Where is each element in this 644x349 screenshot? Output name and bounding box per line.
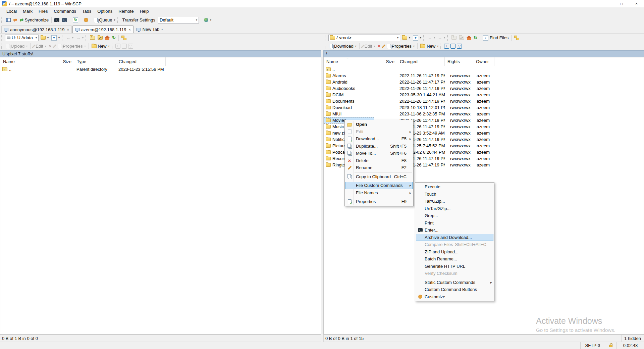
- context-menu-item-delete[interactable]: ×DeleteF8: [345, 157, 413, 164]
- maximize-button[interactable]: □: [614, 0, 629, 7]
- minimize-button[interactable]: –: [599, 0, 614, 7]
- context-menu-item-copy-to-clipboard[interactable]: Copy to ClipboardCtrl+C: [345, 173, 413, 181]
- submenu-item-print[interactable]: Print: [416, 219, 493, 227]
- column-header-changed[interactable]: Changed: [397, 57, 445, 66]
- unselect-files-button[interactable]: −: [450, 44, 455, 49]
- file-row[interactable]: MIUI2023-11-06 2:32:35 PMrwxrwxrwxazeem: [324, 111, 644, 117]
- remote-forward-button[interactable]: →▾: [436, 35, 446, 41]
- column-header-size[interactable]: Size: [51, 57, 74, 66]
- context-menu-item-properties[interactable]: ✓PropertiesF9: [345, 198, 413, 205]
- remote-edit-button[interactable]: Edit▾: [361, 43, 376, 49]
- toolbar-grip[interactable]: [325, 35, 326, 41]
- context-menu-item-move-to[interactable]: →Move To...Shift+F6: [345, 150, 413, 157]
- remote-directory-tree-button[interactable]: [513, 35, 521, 41]
- local-open-directory-button[interactable]: ▾: [39, 35, 50, 40]
- remote-properties-button[interactable]: Properties▾: [385, 43, 416, 49]
- local-rename-button[interactable]: [53, 44, 56, 49]
- local-drive-select[interactable]: U: U Adata HD65▾: [5, 35, 39, 41]
- queue-button[interactable]: Queue▾: [93, 17, 116, 23]
- remote-refresh-button[interactable]: ↻: [472, 35, 479, 41]
- local-root-directory-button[interactable]: [96, 35, 104, 40]
- column-header-changed[interactable]: Changed: [116, 57, 166, 66]
- anonymous-tab[interactable]: anonymous@192.168.1.119×: [1, 26, 72, 33]
- toolbar-grip[interactable]: [1, 17, 3, 23]
- toolbar-grip[interactable]: [440, 44, 442, 49]
- toolbar-grip[interactable]: [423, 35, 425, 41]
- remote-back-button[interactable]: ←▾: [426, 35, 436, 41]
- menu-files[interactable]: Files: [36, 7, 51, 15]
- file-row[interactable]: Documents2022-11-26 11:47:19 PMrwxrwxrwx…: [324, 98, 644, 104]
- local-back-button[interactable]: ←▾: [65, 35, 75, 41]
- download-button[interactable]: Download▾: [328, 43, 358, 49]
- remote-filter-button[interactable]: ▼▾: [412, 35, 423, 41]
- submenu-item-archive-and-download[interactable]: Archive and Download...: [416, 234, 493, 241]
- chevron-down-icon[interactable]: ▾: [161, 28, 163, 31]
- remote-path-bar[interactable]: /: [323, 50, 644, 57]
- find-files-button[interactable]: ⌕Find Files: [482, 35, 510, 41]
- remote-root-directory-button[interactable]: [458, 35, 466, 40]
- toolbar-grip[interactable]: [1, 44, 3, 49]
- encryption-indicator[interactable]: [605, 342, 616, 349]
- column-header-type[interactable]: Type: [74, 57, 116, 66]
- select-files-button[interactable]: +: [444, 44, 449, 49]
- local-filter-button[interactable]: ▼▾: [50, 35, 61, 41]
- console-command-button[interactable]: >_: [61, 17, 68, 23]
- context-menu-item-rename[interactable]: RenameF2: [345, 164, 413, 171]
- context-menu-item-open[interactable]: Open: [345, 121, 413, 128]
- select-same-extension-button[interactable]: ▽: [457, 44, 462, 49]
- submenu-item-enter[interactable]: >_Enter...: [416, 227, 493, 234]
- select-files-button[interactable]: +: [115, 44, 120, 49]
- file-row[interactable]: ..: [324, 66, 644, 72]
- submenu-item-zip-and-upload[interactable]: ZIP and Upload...: [416, 248, 493, 256]
- submenu-item-custom-command-buttons[interactable]: Custom Command Buttons: [416, 286, 493, 293]
- toolbar-grip[interactable]: [112, 44, 113, 49]
- local-parent-directory-button[interactable]: [89, 35, 96, 40]
- file-row[interactable]: Android2022-11-26 11:47:17 PMrwxrwxrwxaz…: [324, 79, 644, 85]
- refresh-session-button[interactable]: ↻: [71, 17, 79, 23]
- toolbar-grip[interactable]: [117, 17, 119, 23]
- local-home-directory-button[interactable]: [104, 35, 111, 41]
- column-header-owner[interactable]: Owner: [473, 57, 494, 66]
- submenu-item-execute[interactable]: Execute: [416, 183, 493, 191]
- toolbar-grip[interactable]: [1, 35, 3, 41]
- context-menu-item-duplicate[interactable]: →Duplicate...Shift+F5: [345, 143, 413, 150]
- submenu-item-static-custom-commands[interactable]: Static Custom Commands▸: [416, 279, 493, 286]
- local-delete-button[interactable]: ×: [48, 43, 53, 49]
- toolbar-grip[interactable]: [86, 35, 87, 41]
- menu-commands[interactable]: Commands: [51, 7, 79, 15]
- context-menu-item-download[interactable]: ↓Download...F5▸: [345, 135, 413, 143]
- remote-delete-button[interactable]: ×: [376, 43, 382, 49]
- local-new-button[interactable]: New▾: [90, 43, 111, 49]
- column-header-size[interactable]: Size: [374, 57, 397, 66]
- select-same-extension-button[interactable]: ▽: [128, 44, 133, 49]
- file-row[interactable]: DCIM2023-05-30 1:44:21 AMrwxrwxrwxazeem: [324, 92, 644, 98]
- column-header-name[interactable]: Nameˆ: [324, 57, 374, 66]
- transfer-settings-select[interactable]: Default▾: [158, 17, 199, 23]
- close-button[interactable]: ×: [629, 0, 644, 7]
- unselect-files-button[interactable]: −: [122, 44, 127, 49]
- submenu-item-touch[interactable]: Touch: [416, 191, 493, 198]
- remote-parent-directory-button[interactable]: [450, 35, 458, 40]
- azeem-tab[interactable]: azeem@192.168.1.119×: [72, 26, 133, 33]
- local-path-bar[interactable]: U:\pixel 7 stuffs\: [0, 50, 321, 57]
- toolbar-grip[interactable]: [62, 35, 63, 41]
- submenu-item-grep[interactable]: Grep...: [416, 212, 493, 219]
- preferences-button[interactable]: [83, 17, 90, 23]
- menu-options[interactable]: Options: [94, 7, 115, 15]
- menu-help[interactable]: Help: [137, 7, 152, 15]
- close-tab-icon[interactable]: ×: [128, 28, 130, 32]
- menu-tabs[interactable]: Tabs: [79, 7, 94, 15]
- submenu-item-batch-rename[interactable]: Batch Rename...: [416, 255, 493, 263]
- remote-directory-select[interactable]: / <root>▾: [328, 35, 400, 41]
- local-properties-button[interactable]: Properties▾: [56, 43, 87, 49]
- toolbar-grip[interactable]: [325, 44, 326, 49]
- remote-home-directory-button[interactable]: [466, 35, 472, 41]
- context-menu-item-file-names[interactable]: File Names▸: [345, 189, 413, 197]
- new-tab-button[interactable]: New Tab▾: [134, 26, 165, 33]
- remote-rename-button[interactable]: [382, 44, 385, 49]
- remote-open-directory-button[interactable]: ▾: [401, 35, 412, 40]
- sync-browsing-button[interactable]: ⇄: [12, 17, 18, 23]
- file-row[interactable]: Download2023-10-18 11:12:01 PMrwxrwxrwxa…: [324, 104, 644, 111]
- remote-new-button[interactable]: New▾: [419, 43, 440, 49]
- local-edit-button[interactable]: Edit▾: [32, 43, 47, 49]
